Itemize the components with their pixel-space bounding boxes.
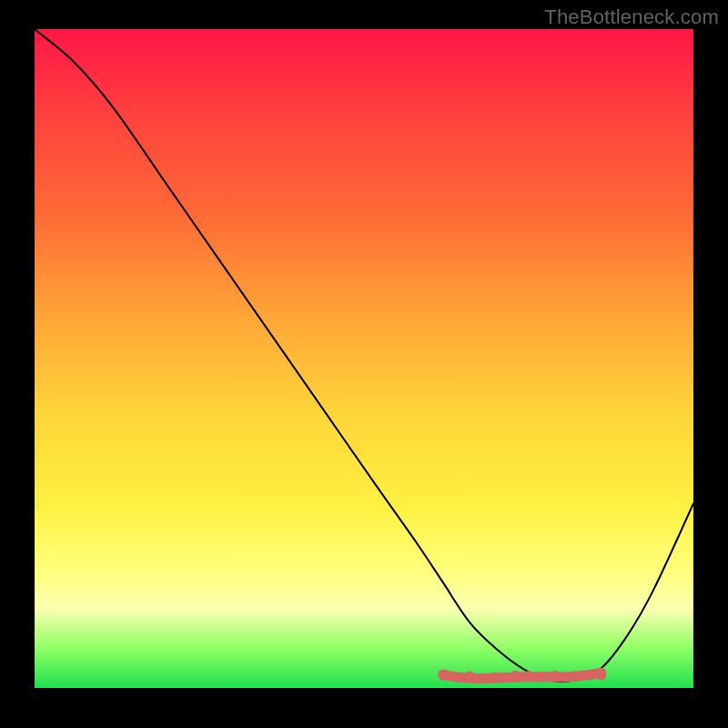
performance-curve: [35, 29, 693, 682]
band-dot: [550, 671, 560, 681]
band-dot: [596, 670, 606, 680]
band-dot: [524, 671, 534, 681]
chart-svg: [35, 29, 693, 688]
band-dot: [438, 671, 448, 681]
band-dot: [570, 672, 580, 682]
band-dot: [511, 671, 521, 681]
band-dot: [537, 672, 547, 682]
watermark-text: TheBottleneck.com: [544, 5, 719, 29]
band-dot: [464, 671, 474, 681]
band-dot: [490, 672, 500, 682]
